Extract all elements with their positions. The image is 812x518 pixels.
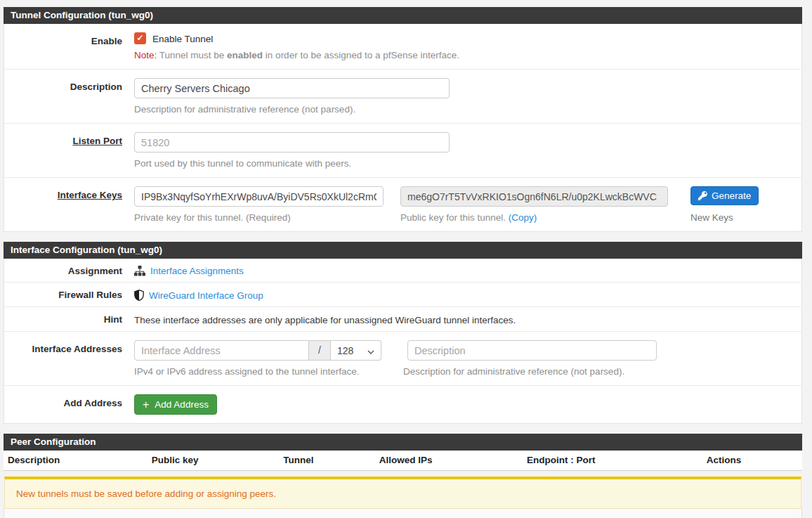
row-interface-keys: Interface Keys Private key for this tunn… (4, 178, 801, 231)
sitemap-icon (134, 266, 145, 276)
panel-title-interface-configuration: Interface Configuration (tun_wg0) (4, 242, 802, 259)
col-allowed-ips: Allowed IPs (375, 451, 523, 471)
key-icon (698, 191, 707, 200)
enable-tunnel-checkbox-label[interactable]: Enable Tunnel (152, 33, 213, 44)
peer-table: Description Public key Tunnel Allowed IP… (4, 451, 802, 471)
public-key-help: Public key for this tunnel. (Copy) (400, 212, 668, 223)
public-key-input[interactable] (400, 186, 668, 207)
col-description: Description (4, 451, 148, 471)
wireguard-interface-group-link[interactable]: WireGuard Interface Group (149, 290, 263, 301)
address-mask-separator: / (309, 340, 331, 361)
col-public-key: Public key (148, 451, 280, 471)
panel-body-interface-configuration: Assignment Interfa (4, 259, 802, 424)
row-hint: Hint These interface addresses are only … (4, 307, 801, 332)
row-description: Description Description for administrati… (4, 70, 801, 124)
panel-interface-configuration: Interface Configuration (tun_wg0) Assign… (4, 242, 802, 424)
interface-assignments-link[interactable]: Interface Assignments (150, 266, 244, 276)
col-tunnel: Tunnel (279, 451, 374, 471)
add-address-label: Add Address (4, 394, 134, 415)
enable-note: Note: Tunnel must be enabled in order to… (134, 50, 792, 60)
interface-keys-label: Interface Keys (4, 186, 134, 223)
col-actions: Actions (702, 451, 802, 471)
address-mask-select[interactable]: 128 (331, 340, 381, 361)
peer-table-header-row: Description Public key Tunnel Allowed IP… (4, 451, 802, 471)
description-label: Description (4, 78, 134, 115)
panel-tunnel-configuration: Tunnel Configuration (tun_wg0) Enable ✓ … (4, 7, 802, 232)
peers-warning-alert: New tunnels must be saved before adding … (4, 477, 801, 509)
description-input[interactable] (134, 78, 450, 98)
copy-public-key-link[interactable]: (Copy) (509, 212, 537, 223)
page: Tunnel Configuration (tun_wg0) Enable ✓ … (0, 0, 812, 518)
address-description-input[interactable] (407, 340, 657, 361)
address-description-help: Description for administrative reference… (403, 366, 624, 377)
col-endpoint-port: Endpoint : Port (523, 451, 702, 471)
listen-port-label: Listen Port (4, 132, 134, 169)
enable-tunnel-checkbox[interactable]: ✓ (134, 32, 146, 44)
listen-port-input[interactable] (134, 132, 450, 153)
generate-keys-button[interactable]: Generate (690, 186, 759, 205)
interface-addresses-label: Interface Addresses (4, 340, 134, 377)
add-address-button[interactable]: + Add Address (134, 394, 217, 415)
peer-panel-footer (4, 509, 802, 518)
hint-text: These interface addresses are only appli… (134, 313, 792, 325)
firewall-rules-label: Firewall Rules (4, 288, 134, 301)
row-assignment: Assignment Interfa (4, 259, 801, 283)
row-listen-port: Listen Port Port used by this tunnel to … (4, 124, 801, 178)
panel-peer-configuration: Peer Configuration Description Public ke… (4, 434, 802, 518)
hint-label: Hint (4, 313, 134, 325)
panel-title-peer-configuration: Peer Configuration (4, 434, 802, 451)
panel-body-tunnel-configuration: Enable ✓ Enable Tunnel Note: Tunnel must… (4, 24, 802, 232)
interface-address-input[interactable] (134, 340, 309, 361)
private-key-help: Private key for this tunnel. (Required) (134, 212, 384, 223)
panel-title-tunnel-configuration: Tunnel Configuration (tun_wg0) (4, 7, 802, 24)
row-add-address: Add Address + Add Address (4, 386, 801, 423)
enable-label: Enable (4, 32, 134, 60)
row-interface-addresses: Interface Addresses / 128 (4, 332, 801, 386)
listen-port-help: Port used by this tunnel to communicate … (134, 158, 792, 169)
row-firewall-rules: Firewall Rules WireGuard Interface Group (4, 283, 801, 307)
row-enable: Enable ✓ Enable Tunnel Note: Tunnel must… (4, 24, 801, 70)
assignment-label: Assignment (4, 264, 134, 276)
shield-icon (134, 290, 144, 301)
address-help: IPv4 or IPv6 address assigned to the tun… (134, 366, 403, 377)
new-keys-label: New Keys (690, 212, 759, 223)
chevron-down-icon (367, 345, 374, 356)
description-help: Description for administrative reference… (134, 104, 792, 115)
plus-icon: + (143, 400, 149, 410)
private-key-input[interactable] (134, 186, 384, 207)
